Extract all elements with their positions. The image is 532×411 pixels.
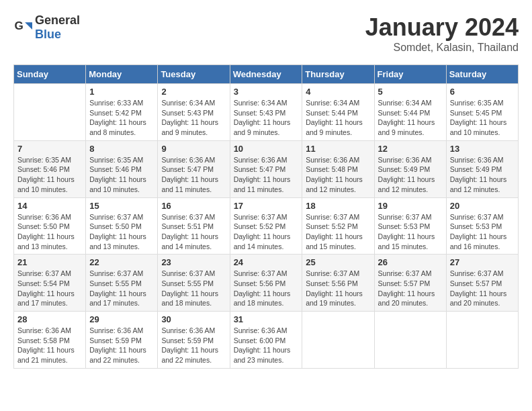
calendar-cell: 13Sunrise: 6:36 AM Sunset: 5:49 PM Dayli… [446, 140, 518, 197]
calendar-table: SundayMondayTuesdayWednesdayThursdayFrid… [13, 64, 519, 369]
day-number: 14 [17, 201, 82, 211]
day-number: 20 [450, 201, 515, 211]
calendar-cell: 1Sunrise: 6:33 AM Sunset: 5:42 PM Daylig… [86, 84, 158, 141]
day-info: Sunrise: 6:34 AM Sunset: 5:43 PM Dayligh… [234, 98, 299, 138]
day-number: 30 [161, 314, 226, 324]
day-number: 12 [378, 144, 443, 154]
day-info: Sunrise: 6:35 AM Sunset: 5:46 PM Dayligh… [17, 155, 82, 195]
day-number: 8 [89, 144, 154, 154]
logo-general-text: General [35, 13, 80, 27]
calendar-week-row: 1Sunrise: 6:33 AM Sunset: 5:42 PM Daylig… [14, 84, 519, 141]
svg-marker-1 [25, 22, 32, 30]
svg-text:G: G [15, 19, 24, 32]
day-info: Sunrise: 6:36 AM Sunset: 5:59 PM Dayligh… [89, 326, 154, 365]
day-info: Sunrise: 6:37 AM Sunset: 5:51 PM Dayligh… [161, 212, 226, 252]
calendar-cell: 30Sunrise: 6:36 AM Sunset: 5:59 PM Dayli… [158, 312, 230, 369]
day-info: Sunrise: 6:37 AM Sunset: 5:56 PM Dayligh… [234, 269, 299, 308]
calendar-cell: 16Sunrise: 6:37 AM Sunset: 5:51 PM Dayli… [158, 197, 230, 255]
day-number: 21 [17, 257, 82, 267]
day-info: Sunrise: 6:37 AM Sunset: 5:55 PM Dayligh… [161, 269, 226, 308]
day-info: Sunrise: 6:37 AM Sunset: 5:52 PM Dayligh… [306, 212, 370, 252]
day-info: Sunrise: 6:36 AM Sunset: 6:00 PM Dayligh… [234, 326, 299, 365]
day-info: Sunrise: 6:35 AM Sunset: 5:45 PM Dayligh… [450, 98, 515, 138]
day-number: 10 [234, 144, 299, 154]
day-number: 13 [450, 144, 515, 154]
title-area: January 2024 Somdet, Kalasin, Thailand [365, 13, 519, 54]
calendar-cell: 15Sunrise: 6:37 AM Sunset: 5:50 PM Dayli… [86, 197, 158, 255]
calendar-week-row: 14Sunrise: 6:36 AM Sunset: 5:50 PM Dayli… [14, 197, 519, 255]
day-info: Sunrise: 6:36 AM Sunset: 5:59 PM Dayligh… [161, 326, 226, 365]
calendar-cell: 14Sunrise: 6:36 AM Sunset: 5:50 PM Dayli… [14, 197, 86, 255]
calendar-cell: 3Sunrise: 6:34 AM Sunset: 5:43 PM Daylig… [230, 84, 302, 141]
calendar-week-row: 7Sunrise: 6:35 AM Sunset: 5:46 PM Daylig… [14, 140, 519, 197]
calendar-header-row: SundayMondayTuesdayWednesdayThursdayFrid… [14, 65, 519, 84]
calendar-cell: 2Sunrise: 6:34 AM Sunset: 5:43 PM Daylig… [158, 84, 230, 141]
day-info: Sunrise: 6:34 AM Sunset: 5:43 PM Dayligh… [161, 98, 226, 138]
day-number: 31 [234, 314, 299, 324]
day-of-week-header: Saturday [446, 65, 518, 84]
day-number: 9 [161, 144, 226, 154]
day-number: 1 [89, 87, 154, 97]
calendar-cell: 8Sunrise: 6:35 AM Sunset: 5:46 PM Daylig… [86, 140, 158, 197]
day-info: Sunrise: 6:36 AM Sunset: 5:58 PM Dayligh… [17, 326, 82, 365]
page-header: G General Blue January 2024 Somdet, Kala… [13, 13, 519, 54]
day-number: 11 [306, 144, 370, 154]
day-number: 2 [161, 87, 226, 97]
day-info: Sunrise: 6:34 AM Sunset: 5:44 PM Dayligh… [306, 98, 370, 138]
calendar-cell: 19Sunrise: 6:37 AM Sunset: 5:53 PM Dayli… [374, 197, 446, 255]
day-info: Sunrise: 6:37 AM Sunset: 5:54 PM Dayligh… [17, 269, 82, 308]
calendar-cell [374, 312, 446, 369]
calendar-cell: 17Sunrise: 6:37 AM Sunset: 5:52 PM Dayli… [230, 197, 302, 255]
day-number: 5 [378, 87, 443, 97]
calendar-cell: 25Sunrise: 6:37 AM Sunset: 5:56 PM Dayli… [302, 255, 374, 312]
day-info: Sunrise: 6:36 AM Sunset: 5:50 PM Dayligh… [17, 212, 82, 252]
calendar-body: 1Sunrise: 6:33 AM Sunset: 5:42 PM Daylig… [14, 84, 519, 369]
day-number: 28 [17, 314, 82, 324]
month-title: January 2024 [365, 13, 519, 42]
calendar-cell: 21Sunrise: 6:37 AM Sunset: 5:54 PM Dayli… [14, 255, 86, 312]
location-title: Somdet, Kalasin, Thailand [365, 42, 519, 54]
calendar-cell: 11Sunrise: 6:36 AM Sunset: 5:48 PM Dayli… [302, 140, 374, 197]
day-number: 29 [89, 314, 154, 324]
calendar-cell: 22Sunrise: 6:37 AM Sunset: 5:55 PM Dayli… [86, 255, 158, 312]
calendar-cell: 29Sunrise: 6:36 AM Sunset: 5:59 PM Dayli… [86, 312, 158, 369]
day-info: Sunrise: 6:37 AM Sunset: 5:55 PM Dayligh… [89, 269, 154, 308]
day-number: 18 [306, 201, 370, 211]
calendar-cell: 5Sunrise: 6:34 AM Sunset: 5:44 PM Daylig… [374, 84, 446, 141]
calendar-cell: 12Sunrise: 6:36 AM Sunset: 5:49 PM Dayli… [374, 140, 446, 197]
day-info: Sunrise: 6:36 AM Sunset: 5:47 PM Dayligh… [234, 155, 299, 195]
day-info: Sunrise: 6:33 AM Sunset: 5:42 PM Dayligh… [89, 98, 154, 138]
day-info: Sunrise: 6:37 AM Sunset: 5:57 PM Dayligh… [378, 269, 443, 308]
calendar-cell: 7Sunrise: 6:35 AM Sunset: 5:46 PM Daylig… [14, 140, 86, 197]
calendar-cell: 20Sunrise: 6:37 AM Sunset: 5:53 PM Dayli… [446, 197, 518, 255]
calendar-cell: 9Sunrise: 6:36 AM Sunset: 5:47 PM Daylig… [158, 140, 230, 197]
day-number: 22 [89, 257, 154, 267]
logo-blue-text: Blue [35, 28, 61, 41]
day-info: Sunrise: 6:36 AM Sunset: 5:49 PM Dayligh… [378, 155, 443, 195]
day-number: 6 [450, 87, 515, 97]
logo: G General Blue [13, 13, 80, 42]
calendar-cell: 10Sunrise: 6:36 AM Sunset: 5:47 PM Dayli… [230, 140, 302, 197]
day-number: 24 [234, 257, 299, 267]
day-info: Sunrise: 6:37 AM Sunset: 5:56 PM Dayligh… [306, 269, 370, 308]
day-number: 17 [234, 201, 299, 211]
day-info: Sunrise: 6:37 AM Sunset: 5:52 PM Dayligh… [234, 212, 299, 252]
day-of-week-header: Tuesday [158, 65, 230, 84]
day-info: Sunrise: 6:34 AM Sunset: 5:44 PM Dayligh… [378, 98, 443, 138]
day-number: 25 [306, 257, 370, 267]
day-info: Sunrise: 6:36 AM Sunset: 5:48 PM Dayligh… [306, 155, 370, 195]
day-number: 16 [161, 201, 226, 211]
calendar-cell [14, 84, 86, 141]
day-info: Sunrise: 6:36 AM Sunset: 5:47 PM Dayligh… [161, 155, 226, 195]
calendar-cell: 31Sunrise: 6:36 AM Sunset: 6:00 PM Dayli… [230, 312, 302, 369]
calendar-cell: 6Sunrise: 6:35 AM Sunset: 5:45 PM Daylig… [446, 84, 518, 141]
day-number: 15 [89, 201, 154, 211]
day-info: Sunrise: 6:37 AM Sunset: 5:57 PM Dayligh… [450, 269, 515, 308]
day-of-week-header: Monday [86, 65, 158, 84]
calendar-cell: 24Sunrise: 6:37 AM Sunset: 5:56 PM Dayli… [230, 255, 302, 312]
day-info: Sunrise: 6:37 AM Sunset: 5:53 PM Dayligh… [450, 212, 515, 252]
calendar-cell [446, 312, 518, 369]
day-of-week-header: Wednesday [230, 65, 302, 84]
calendar-cell: 28Sunrise: 6:36 AM Sunset: 5:58 PM Dayli… [14, 312, 86, 369]
day-number: 3 [234, 87, 299, 97]
